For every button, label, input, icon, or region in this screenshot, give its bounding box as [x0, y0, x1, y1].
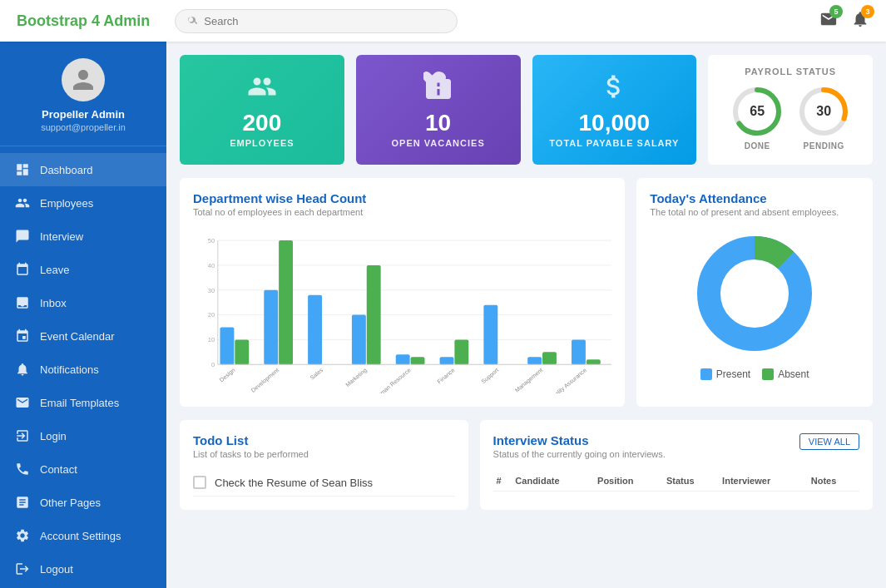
- sidebar-item-leave[interactable]: Leave: [0, 253, 166, 286]
- present-label: Present: [716, 368, 750, 380]
- svg-rect-38: [572, 339, 586, 364]
- main-content: 200 EMPLOYEES 10 OPEN VACANCIES 10,000 T…: [166, 42, 886, 588]
- dashboard-icon: [15, 162, 30, 177]
- sidebar-label-event-calendar: Event Calendar: [40, 330, 115, 343]
- interview-card-header: Interview Status Status of the currently…: [493, 433, 859, 469]
- salary-stat-number: 10,000: [579, 111, 651, 135]
- todo-subtitle: List of tasks to be performed: [193, 449, 455, 459]
- vacancies-stat-label: OPEN VACANCIES: [392, 138, 485, 148]
- sidebar-item-event-calendar[interactable]: Event Calendar: [0, 319, 166, 353]
- employees-stat-icon: [247, 72, 277, 105]
- gauge-done-value: 65: [750, 104, 765, 119]
- headcount-chart-subtitle: Total no of employees in each department: [193, 207, 611, 217]
- brand-name: Bootstrap 4: [17, 12, 100, 29]
- gauge-pending-circle: 30: [797, 85, 850, 138]
- attendance-subtitle: The total no of present and absent emplo…: [650, 207, 859, 217]
- gauge-pending-label: PENDING: [804, 141, 844, 151]
- todo-item: Check the Resume of Sean Bliss: [193, 469, 455, 497]
- sidebar-label-login: Login: [40, 430, 67, 442]
- stat-card-vacancies: 10 OPEN VACANCIES: [356, 55, 521, 165]
- sidebar-label-employees: Employees: [40, 197, 93, 210]
- search-icon: [187, 14, 199, 28]
- other-pages-icon: [15, 495, 30, 510]
- leave-icon: [15, 262, 30, 277]
- sidebar-user: Propeller Admin support@propeller.in: [0, 42, 166, 146]
- sidebar-item-contact[interactable]: Contact: [0, 452, 166, 486]
- mail-icon-wrap[interactable]: 5: [819, 10, 838, 32]
- bell-icon-wrap[interactable]: 3: [851, 10, 869, 32]
- vacancies-stat-number: 10: [425, 111, 451, 135]
- vacancies-stat-icon: [423, 72, 453, 105]
- legend-absent: Absent: [762, 368, 809, 380]
- donut-chart: [688, 227, 821, 360]
- view-all-button[interactable]: VIEW ALL: [799, 433, 859, 450]
- notifications-icon: [15, 362, 30, 377]
- sidebar-item-account-settings[interactable]: Account Settings: [0, 519, 166, 552]
- col-status: Status: [663, 471, 719, 492]
- absent-label: Absent: [778, 368, 809, 380]
- brand-logo: Bootstrap 4 Admin: [17, 12, 150, 30]
- svg-rect-24: [352, 315, 366, 365]
- sidebar-item-employees[interactable]: Employees: [0, 186, 166, 220]
- middle-row: Department wise Head Count Total no of e…: [180, 178, 873, 407]
- svg-text:Support: Support: [480, 367, 500, 385]
- sidebar-item-dashboard[interactable]: Dashboard: [0, 153, 166, 186]
- donut-legend: Present Absent: [700, 368, 809, 380]
- col-interviewer: Interviewer: [719, 471, 808, 492]
- sidebar-item-interview[interactable]: Interview: [0, 220, 166, 253]
- interview-subtitle: Status of the currently going on intervi…: [493, 449, 666, 459]
- svg-rect-16: [220, 328, 234, 365]
- sidebar-item-email-templates[interactable]: Email Templates: [0, 386, 166, 419]
- svg-rect-17: [235, 339, 249, 364]
- col-number: #: [493, 471, 512, 492]
- svg-text:Human Resource: Human Resource: [374, 367, 412, 393]
- employees-stat-number: 200: [243, 111, 282, 135]
- svg-rect-25: [367, 265, 381, 364]
- employees-stat-label: EMPLOYEES: [230, 138, 294, 148]
- top-navbar: Bootstrap 4 Admin 5 3: [0, 0, 886, 42]
- sidebar-label-email-templates: Email Templates: [40, 397, 119, 409]
- interview-title: Interview Status: [493, 433, 666, 447]
- svg-text:Quality Assurance: Quality Assurance: [548, 367, 588, 393]
- stat-card-salary: 10,000 TOTAL PAYABLE SALARY: [532, 55, 697, 165]
- col-position: Position: [594, 471, 663, 492]
- svg-point-43: [709, 248, 800, 339]
- payroll-pending-gauge: 30 PENDING: [797, 85, 850, 151]
- svg-rect-27: [396, 354, 410, 364]
- event-calendar-icon: [15, 329, 30, 343]
- svg-text:Finance: Finance: [436, 367, 456, 384]
- svg-rect-28: [411, 357, 425, 364]
- payroll-gauges: 65 DONE 30 PENDING: [730, 85, 850, 151]
- svg-rect-22: [308, 295, 322, 365]
- salary-stat-icon: [599, 72, 629, 105]
- svg-rect-20: [279, 240, 293, 364]
- bell-badge: 3: [861, 5, 874, 18]
- search-input[interactable]: [204, 15, 445, 27]
- search-bar[interactable]: [175, 9, 458, 33]
- mail-badge: 5: [829, 5, 843, 18]
- sidebar-item-other-pages[interactable]: Other Pages: [0, 486, 166, 519]
- todo-card: Todo List List of tasks to be performed …: [180, 420, 468, 510]
- sidebar-item-logout[interactable]: Logout: [0, 552, 166, 586]
- sidebar-item-login[interactable]: Login: [0, 419, 166, 452]
- svg-rect-19: [264, 290, 278, 364]
- svg-rect-33: [483, 305, 497, 365]
- inbox-icon: [15, 295, 30, 310]
- svg-text:20: 20: [208, 311, 215, 319]
- sidebar-label-interview: Interview: [40, 230, 83, 243]
- svg-text:Development: Development: [250, 367, 280, 393]
- stats-row: 200 EMPLOYEES 10 OPEN VACANCIES 10,000 T…: [180, 55, 873, 165]
- sidebar-item-notifications[interactable]: Notifications: [0, 353, 166, 386]
- absent-dot: [762, 368, 774, 380]
- login-icon: [15, 428, 30, 443]
- present-dot: [700, 368, 712, 380]
- interview-icon: [15, 229, 30, 244]
- sidebar-username: Propeller Admin: [42, 108, 125, 121]
- sidebar-label-contact: Contact: [40, 463, 77, 476]
- svg-text:40: 40: [208, 262, 215, 269]
- todo-checkbox[interactable]: [193, 476, 206, 489]
- contact-icon: [15, 462, 30, 477]
- svg-text:0: 0: [211, 361, 215, 368]
- svg-rect-31: [454, 339, 468, 364]
- sidebar-item-inbox[interactable]: Inbox: [0, 286, 166, 319]
